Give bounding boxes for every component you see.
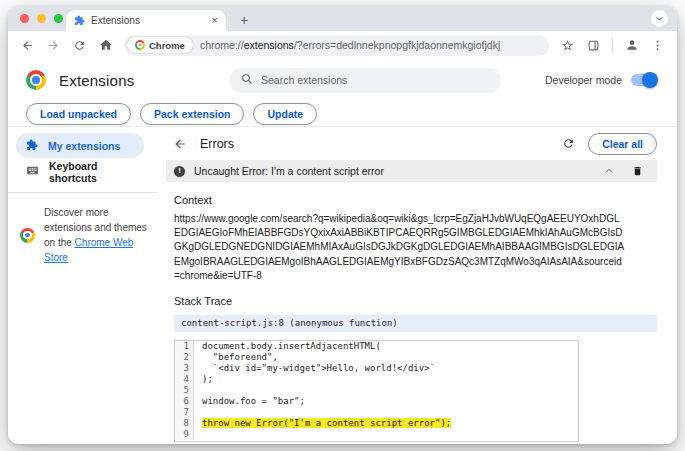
developer-mode-label: Developer mode bbox=[545, 74, 622, 86]
search-input[interactable] bbox=[261, 74, 489, 86]
error-icon: ! bbox=[174, 166, 185, 177]
code-line: 9 bbox=[175, 429, 578, 440]
new-tab-button[interactable]: + bbox=[235, 11, 253, 29]
sidebar-item-my-extensions[interactable]: My extensions bbox=[16, 133, 144, 158]
desktop: Extensions × + bbox=[0, 0, 685, 451]
page-content: My extensions Keyboard shortcuts Discove… bbox=[8, 127, 677, 443]
stack-frame[interactable]: content-script.js:8 (anonymous function) bbox=[174, 315, 657, 332]
toolbar-divider bbox=[612, 38, 613, 52]
discover-webstore-block: Discover more extensions and themes on t… bbox=[8, 201, 158, 265]
error-row-expanded[interactable]: ! Uncaught Error: I'm a content script e… bbox=[166, 160, 657, 182]
context-url: https://www.google.com/search?q=wikipedi… bbox=[174, 212, 626, 283]
tab-extensions[interactable]: Extensions × bbox=[66, 10, 226, 31]
chrome-web-store-icon bbox=[20, 228, 35, 243]
reload-icon[interactable] bbox=[72, 38, 87, 53]
extension-puzzle-favicon-icon bbox=[74, 12, 85, 30]
back-icon[interactable] bbox=[20, 38, 35, 53]
extensions-page-header: Extensions Developer mode bbox=[8, 59, 677, 101]
chrome-logo-icon bbox=[135, 40, 145, 50]
sidebar-item-keyboard-shortcuts[interactable]: Keyboard shortcuts bbox=[16, 159, 144, 184]
forward-icon[interactable] bbox=[46, 38, 61, 53]
side-panel-icon[interactable] bbox=[586, 38, 601, 53]
zoom-window-button[interactable] bbox=[54, 14, 63, 23]
sidebar-item-label: Keyboard shortcuts bbox=[49, 160, 134, 184]
tab-search-chevron-icon[interactable] bbox=[651, 10, 668, 27]
developer-actions-row: Load unpacked Pack extension Update bbox=[8, 101, 677, 127]
keyboard-icon bbox=[26, 164, 39, 179]
home-icon[interactable] bbox=[98, 38, 113, 53]
code-line: 1document.body.insertAdjacentHTML( bbox=[175, 341, 578, 352]
profile-avatar-icon[interactable] bbox=[624, 38, 639, 53]
search-extensions-box[interactable] bbox=[229, 68, 501, 93]
chrome-logo-icon bbox=[26, 70, 46, 90]
code-line: 3 `<div id="my-widget">Hello, world!</di… bbox=[175, 363, 578, 374]
window-controls bbox=[20, 14, 63, 23]
code-line: 4); bbox=[175, 374, 578, 385]
browser-toolbar: Chrome chrome://extensions/?errors=dedln… bbox=[8, 31, 677, 59]
pack-extension-button[interactable]: Pack extension bbox=[140, 103, 244, 125]
load-unpacked-button[interactable]: Load unpacked bbox=[26, 103, 131, 125]
extension-puzzle-icon bbox=[26, 139, 38, 153]
errors-panel: Errors Clear all ! Uncaught Error: I'm a… bbox=[158, 127, 677, 443]
close-tab-icon[interactable]: × bbox=[212, 15, 218, 26]
sidebar-divider bbox=[8, 192, 158, 193]
developer-mode-toggle[interactable] bbox=[631, 74, 657, 86]
developer-mode-control: Developer mode bbox=[545, 74, 657, 86]
code-line: 2 "beforeend", bbox=[175, 352, 578, 363]
url-bar[interactable]: Chrome chrome://extensions/?errors=dedln… bbox=[124, 35, 549, 56]
menu-kebab-icon[interactable] bbox=[650, 38, 665, 53]
tab-strip: Extensions × + bbox=[8, 6, 677, 31]
refresh-icon[interactable] bbox=[562, 137, 575, 150]
errors-title: Errors bbox=[200, 137, 234, 151]
sidebar-item-label: My extensions bbox=[48, 140, 120, 152]
errors-header: Errors Clear all bbox=[166, 131, 657, 156]
tab-title: Extensions bbox=[91, 15, 206, 26]
code-line-highlighted: 8throw new Error("I'm a content script e… bbox=[175, 418, 578, 429]
error-title: Uncaught Error: I'm a content script err… bbox=[194, 165, 586, 177]
minimize-window-button[interactable] bbox=[37, 14, 46, 23]
back-arrow-icon[interactable] bbox=[173, 137, 187, 151]
trash-icon[interactable] bbox=[632, 165, 643, 177]
chevron-up-icon[interactable] bbox=[604, 166, 614, 176]
error-detail-body: Context https://www.google.com/search?q=… bbox=[166, 194, 657, 442]
context-label: Context bbox=[174, 194, 657, 206]
chip-label: Chrome bbox=[149, 40, 185, 51]
error-card: ! Uncaught Error: I'm a content script e… bbox=[166, 160, 657, 444]
update-button[interactable]: Update bbox=[253, 103, 317, 125]
chrome-site-chip[interactable]: Chrome bbox=[127, 37, 193, 53]
close-window-button[interactable] bbox=[20, 14, 29, 23]
browser-window: Extensions × + bbox=[8, 6, 677, 444]
code-viewer: 1document.body.insertAdjacentHTML( 2 "be… bbox=[174, 340, 579, 442]
search-icon bbox=[241, 71, 253, 89]
sidebar: My extensions Keyboard shortcuts Discove… bbox=[8, 127, 158, 443]
clear-all-button[interactable]: Clear all bbox=[588, 133, 657, 155]
code-line: 7 bbox=[175, 407, 578, 418]
discover-text: Discover more extensions and themes on t… bbox=[44, 205, 150, 265]
url-text: chrome://extensions/?errors=dedlnnekpnop… bbox=[200, 39, 500, 51]
toggle-knob bbox=[642, 72, 658, 88]
stack-trace-label: Stack Trace bbox=[174, 295, 657, 307]
bookmark-star-icon[interactable] bbox=[560, 38, 575, 53]
code-line: 6window.foo = "bar"; bbox=[175, 396, 578, 407]
page-title: Extensions bbox=[59, 72, 134, 89]
code-line: 5 bbox=[175, 385, 578, 396]
